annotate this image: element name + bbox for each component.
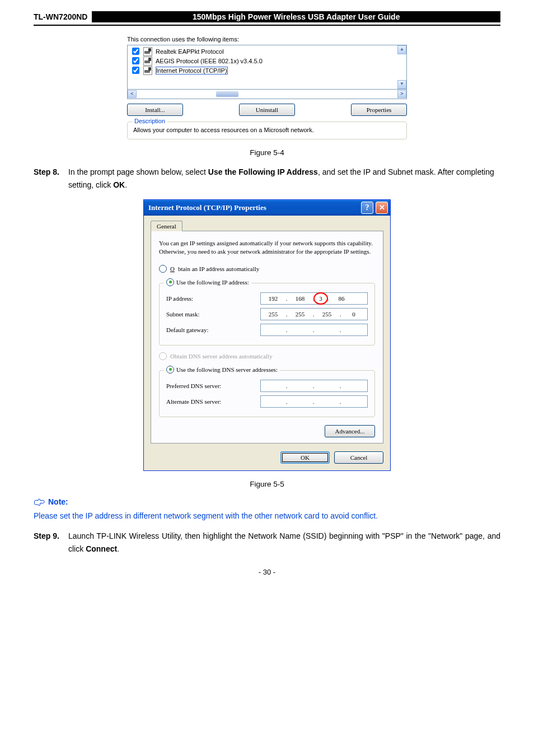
opt-auto-ip: O	[170, 265, 175, 272]
octet: 192	[261, 295, 285, 302]
figure-caption: Figure 5-5	[34, 480, 500, 488]
scroll-up-icon[interactable]: ▲	[397, 45, 406, 54]
note-label: Note:	[48, 497, 68, 506]
note-header: Note:	[34, 497, 500, 506]
highlight-circle: 3	[313, 292, 328, 305]
titlebar[interactable]: Internet Protocol (TCP/IP) Properties ? …	[144, 200, 390, 216]
header: TL-WN7200ND 150Mbps High Power Wireless …	[34, 11, 500, 26]
tab-general[interactable]: General	[151, 221, 182, 231]
guide-label: 150Mbps High Power Wireless USB Adapter …	[92, 11, 500, 22]
use-dns-group: Use the following DNS server addresses: …	[159, 370, 375, 417]
uninstall-button[interactable]: Uninstall	[239, 104, 295, 116]
step-text: In the prompt page shown below, select	[68, 167, 208, 176]
horizontal-scrollbar[interactable]: < >	[127, 90, 407, 99]
ok-button[interactable]: OK	[280, 451, 330, 464]
advanced-button[interactable]: Advanced...	[325, 425, 375, 437]
protocol-icon	[143, 66, 152, 75]
step8: Step 8. In the prompt page shown below, …	[34, 166, 500, 192]
step-label: Step 9.	[34, 530, 68, 556]
scroll-down-icon[interactable]: ▼	[397, 80, 406, 89]
subnet-label: Subnet mask:	[166, 311, 200, 318]
radio-use-ip[interactable]	[166, 278, 174, 286]
octet: 168	[288, 295, 312, 302]
octet: 255	[315, 311, 339, 318]
alt-dns-input[interactable]: ...	[260, 395, 368, 408]
octet: 255	[288, 311, 312, 318]
item-label: Realtek EAPPkt Protocol	[156, 48, 224, 55]
model-label: TL-WN7200ND	[34, 11, 92, 22]
list-item[interactable]: Internet Protocol (TCP/IP)	[130, 66, 404, 75]
scroll-thumb[interactable]	[216, 91, 238, 97]
gateway-input[interactable]: ...	[260, 324, 368, 336]
opt-auto-ip-label: btain an IP address automatically	[178, 265, 260, 272]
description-title: Description	[132, 118, 167, 124]
alt-dns-label: Alternate DNS server:	[166, 398, 221, 405]
checkbox[interactable]	[132, 57, 139, 64]
note-text: Please set the IP address in different n…	[34, 510, 500, 523]
step-text: .	[117, 544, 119, 553]
protocol-icon	[143, 47, 152, 56]
cancel-button[interactable]: Cancel	[334, 451, 383, 464]
radio-auto-dns	[159, 352, 167, 360]
install-button[interactable]: Install...	[127, 104, 183, 116]
hand-icon	[34, 497, 45, 506]
item-label: AEGIS Protocol (IEEE 802.1x) v3.4.5.0	[156, 58, 263, 64]
description-text: Allows your computer to access resources…	[133, 127, 314, 133]
properties-button[interactable]: Properties	[351, 104, 407, 116]
scroll-right-icon[interactable]: >	[397, 90, 406, 98]
opt-auto-dns-label: Obtain DNS server address automatically	[170, 353, 273, 360]
step-text: Launch TP-LINK Wireless Utility, then hi…	[68, 531, 500, 553]
list-item[interactable]: AEGIS Protocol (IEEE 802.1x) v3.4.5.0	[130, 56, 404, 66]
gateway-label: Default gateway:	[166, 326, 208, 333]
description-group: Description Allows your computer to acce…	[127, 122, 407, 139]
octet: 255	[261, 311, 285, 318]
pref-dns-input[interactable]: ...	[260, 380, 368, 392]
octet: 3	[319, 295, 322, 302]
scroll-left-icon[interactable]: <	[128, 90, 137, 98]
subnet-input[interactable]: 255.255.255.0	[260, 308, 368, 320]
items-listbox[interactable]: ▲ ▼ Realtek EAPPkt Protocol AEGIS Protoc…	[127, 45, 407, 90]
step-text: .	[125, 180, 127, 189]
octet: 0	[341, 311, 366, 318]
page-number: - 30 -	[34, 568, 500, 576]
radio-use-dns[interactable]	[166, 366, 174, 374]
figure-caption: Figure 5-4	[34, 148, 500, 157]
opt-use-dns-label: Use the following DNS server addresses:	[176, 366, 278, 373]
items-caption: This connection uses the following items…	[127, 36, 407, 43]
dialog-title: Internet Protocol (TCP/IP) Properties	[146, 203, 359, 212]
use-ip-group: Use the following IP address: IP address…	[159, 283, 375, 346]
opt-use-ip-label: Use the following IP address:	[176, 279, 249, 286]
tcpip-dialog: Internet Protocol (TCP/IP) Properties ? …	[143, 199, 391, 471]
connection-items-group: This connection uses the following items…	[127, 36, 407, 139]
ip-address-input[interactable]: 192.168.3.86	[260, 292, 368, 305]
octet: 86	[329, 295, 354, 302]
step-bold: Connect	[86, 544, 117, 553]
step-bold: OK	[113, 180, 125, 189]
radio-auto-ip[interactable]	[159, 265, 167, 273]
intro-text: You can get IP settings assigned automat…	[159, 239, 375, 256]
protocol-icon	[143, 57, 152, 66]
step-bold: Use the Following IP Address	[208, 167, 318, 176]
checkbox[interactable]	[132, 67, 139, 74]
step-label: Step 8.	[34, 166, 68, 192]
help-icon[interactable]: ?	[361, 202, 373, 214]
checkbox[interactable]	[132, 48, 139, 55]
step9: Step 9. Launch TP-LINK Wireless Utility,…	[34, 530, 500, 556]
item-label: Internet Protocol (TCP/IP)	[156, 67, 228, 74]
ip-label: IP address:	[166, 295, 193, 302]
pref-dns-label: Preferred DNS server:	[166, 382, 221, 389]
close-icon[interactable]: ✕	[376, 202, 388, 214]
list-item[interactable]: Realtek EAPPkt Protocol	[130, 46, 404, 56]
